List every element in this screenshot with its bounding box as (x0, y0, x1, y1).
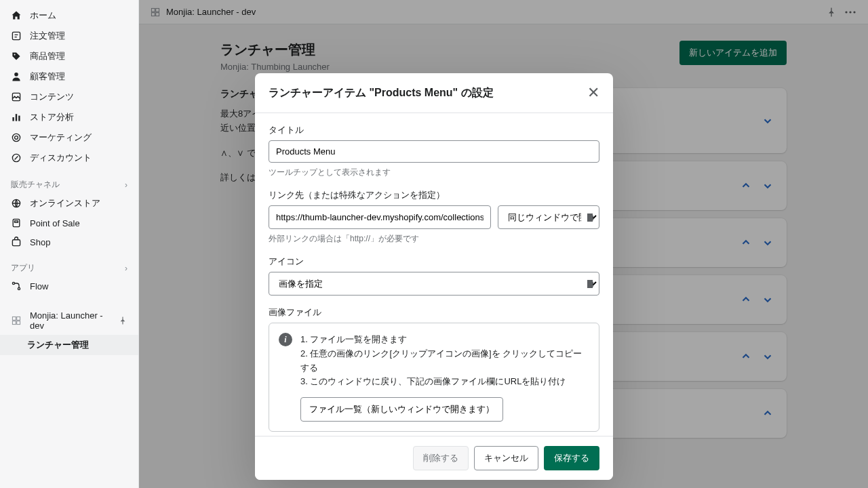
info-step: 3. このウィンドウに戻り、下記の画像ファイル欄にURLを貼り付け (300, 375, 589, 389)
nav-label: ランチャー管理 (27, 339, 89, 351)
nav-label: 商品管理 (30, 50, 65, 62)
link-hint: 外部リンクの場合は「http://」が必要です (269, 233, 599, 245)
title-input[interactable] (269, 140, 599, 163)
nav-products[interactable]: 商品管理 (0, 46, 138, 66)
svg-point-1 (14, 54, 16, 56)
app-icon (11, 315, 22, 326)
delete-button[interactable]: 削除する (413, 446, 469, 470)
nav-label: 注文管理 (30, 30, 65, 42)
nav-label: ホーム (30, 9, 56, 22)
nav-label: コンテンツ (30, 91, 74, 103)
svg-rect-19 (17, 321, 20, 325)
open-file-list-button[interactable]: ファイル一覧（新しいウィンドウで開きます） (300, 397, 503, 422)
info-box: i 1. ファイル一覧を開きます 2. 任意の画像のリンク[クリップアイコンの画… (269, 323, 599, 432)
title-label: タイトル (269, 124, 599, 136)
channels-section[interactable]: 販売チャネル› (0, 174, 138, 193)
nav-label: オンラインストア (30, 197, 100, 209)
nav-launcher-manage[interactable]: ランチャー管理 (0, 335, 138, 355)
nav-home[interactable]: ホーム (0, 5, 138, 26)
nav-orders[interactable]: 注文管理 (0, 26, 138, 46)
section-label: アプリ (11, 262, 35, 274)
section-label: 販売チャネル (11, 179, 60, 190)
svg-point-8 (15, 136, 18, 140)
nav-label: ストア分析 (30, 111, 74, 123)
image-file-label: 画像ファイル (269, 306, 599, 319)
pin-icon[interactable] (118, 316, 127, 325)
link-label: リンク先（または特殊なアクションを指定） (269, 189, 599, 201)
sidebar: ホーム 注文管理 商品管理 顧客管理 コンテンツ ストア分析 マーケティング デ… (0, 0, 139, 488)
nav-content[interactable]: コンテンツ (0, 87, 138, 107)
nav-label: Point of Sale (30, 218, 80, 228)
home-icon (11, 10, 22, 21)
svg-rect-16 (12, 317, 16, 320)
pos-icon (11, 218, 22, 228)
chevron-right-icon: › (125, 264, 127, 273)
nav-shop[interactable]: Shop (0, 232, 138, 251)
nav-label: ディスカウント (30, 152, 92, 164)
nav-discounts[interactable]: ディスカウント (0, 148, 138, 168)
svg-point-2 (14, 73, 18, 77)
nav-analytics[interactable]: ストア分析 (0, 107, 138, 127)
svg-rect-12 (15, 221, 18, 222)
svg-rect-13 (12, 240, 20, 246)
svg-rect-18 (12, 321, 16, 325)
nav-online-store[interactable]: オンラインストア (0, 193, 138, 214)
info-step: 1. ファイル一覧を開きます (300, 333, 589, 347)
apps-section[interactable]: アプリ› (0, 257, 138, 277)
customers-icon (11, 71, 22, 82)
nav-label: Flow (30, 281, 48, 291)
modal-title: ランチャーアイテム "Products Menu" の設定 (269, 86, 494, 100)
svg-point-7 (12, 134, 20, 141)
title-hint: ツールチップとして表示されます (269, 167, 599, 178)
content-icon (11, 92, 22, 102)
nav-label: Monjia: Launcher - dev (30, 310, 110, 331)
link-target-select[interactable]: 同じウィンドウで開く (498, 205, 599, 229)
svg-rect-0 (12, 32, 20, 39)
analytics-icon (11, 112, 22, 123)
nav-pos[interactable]: Point of Sale (0, 214, 138, 232)
store-icon (11, 198, 22, 209)
close-button[interactable]: ✕ (587, 85, 599, 100)
icon-label: アイコン (269, 256, 599, 268)
settings-modal: ランチャーアイテム "Products Menu" の設定 ✕ タイトル ツール… (255, 73, 613, 480)
save-button[interactable]: 保存する (544, 446, 599, 470)
link-input[interactable] (269, 205, 491, 229)
svg-point-15 (18, 287, 20, 289)
flow-icon (11, 281, 22, 291)
nav-customers[interactable]: 顧客管理 (0, 66, 138, 87)
svg-point-14 (12, 282, 14, 284)
info-icon: i (279, 333, 292, 346)
shop-icon (11, 237, 22, 247)
svg-rect-6 (18, 116, 20, 121)
svg-rect-11 (13, 219, 20, 226)
nav-flow[interactable]: Flow (0, 277, 138, 296)
chevron-right-icon: › (125, 180, 127, 190)
nav-label: マーケティング (30, 131, 92, 144)
products-icon (11, 51, 22, 62)
orders-icon (11, 30, 22, 41)
nav-marketing[interactable]: マーケティング (0, 127, 138, 148)
svg-rect-5 (16, 114, 17, 121)
discount-icon (11, 152, 22, 163)
nav-label: 顧客管理 (30, 70, 65, 83)
icon-select[interactable]: 画像を指定 (269, 272, 599, 296)
cancel-button[interactable]: キャンセル (474, 446, 538, 470)
svg-rect-4 (12, 117, 14, 121)
marketing-icon (11, 132, 22, 143)
nav-current-app[interactable]: Monjia: Launcher - dev (0, 306, 138, 335)
nav-label: Shop (30, 237, 50, 247)
svg-rect-17 (17, 317, 20, 320)
info-step: 2. 任意の画像のリンク[クリップアイコンの画像]を クリックしてコピーする (300, 347, 589, 375)
